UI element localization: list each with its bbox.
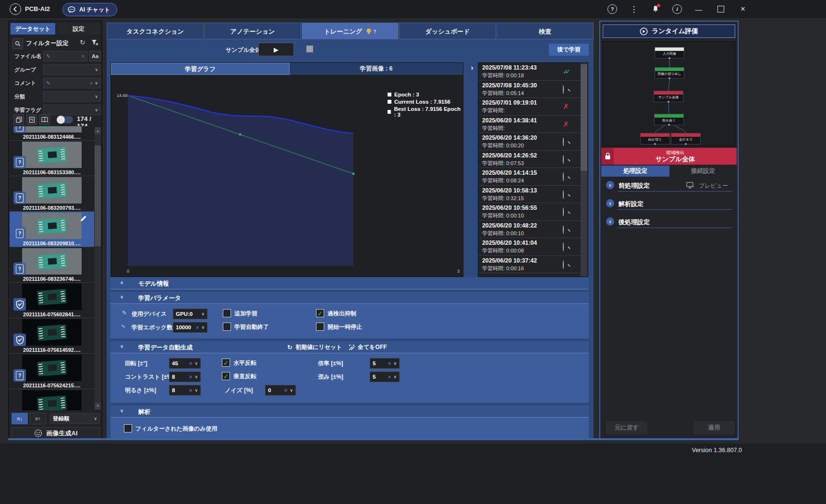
copy-image-icon[interactable] <box>13 114 24 125</box>
list-scrollbar-thumb[interactable] <box>95 145 101 246</box>
sort-ascending-button[interactable]: ≡↓ <box>12 413 28 424</box>
magnifier-icon[interactable] <box>563 242 564 252</box>
contrast-input[interactable]: 8×∨ <box>169 372 201 382</box>
postprocess-settings-row[interactable]: ∨ 後処理設定 <box>606 216 732 231</box>
list-item[interactable]: ?20211116-075624215.… <box>10 354 94 389</box>
book-icon[interactable] <box>39 114 50 125</box>
case-sensitive-button[interactable]: Aa <box>89 51 101 61</box>
section-augmentation[interactable]: ∨ 学習データ自動生成 ↻初期値にリセット 全てをOFF <box>110 341 589 353</box>
minimize-button[interactable]: — <box>691 0 707 18</box>
tab-process-settings[interactable]: 処理設定 <box>601 166 669 177</box>
magnifier-icon[interactable] <box>563 260 564 269</box>
clear-icon[interactable]: × <box>189 360 192 366</box>
magnifier-icon[interactable] <box>563 207 564 216</box>
filter-clear-icon[interactable] <box>91 39 98 48</box>
history-entry[interactable]: 2025/07/08 11:23:43学習時間: 0:00:18✓✓ <box>478 63 581 81</box>
start-training-button[interactable]: ▶ <box>258 43 294 56</box>
checkbox-auto-finish[interactable] <box>223 323 231 331</box>
train-later-button[interactable]: 後で学習 <box>549 44 589 56</box>
checkbox-horizontal-flip[interactable] <box>222 359 230 367</box>
tab-training-images[interactable]: 学習画像 : 6 <box>290 63 463 75</box>
history-entry[interactable]: 2025/06/20 10:37:42学習時間: 0:00:16 <box>478 256 581 274</box>
help-button[interactable]: ? <box>604 0 620 18</box>
list-item[interactable]: 20211116-075602841.… <box>10 283 94 318</box>
magnifier-icon[interactable] <box>563 172 564 181</box>
tab-training-graph[interactable]: 学習グラフ <box>111 63 290 75</box>
flow-node-input[interactable]: 入力画像 <box>655 47 684 59</box>
magnifier-icon[interactable] <box>563 225 564 234</box>
tab-dataset[interactable]: データセット <box>11 23 55 35</box>
info-button[interactable]: i <box>669 0 685 18</box>
magnifier-icon[interactable] <box>563 190 564 199</box>
flow-node-detect[interactable]: サンプル全体 <box>654 91 683 102</box>
clear-icon[interactable]: × <box>189 387 192 393</box>
scale-input[interactable]: 5×∨ <box>370 358 400 369</box>
tab-task-connection[interactable]: タスクコネクション <box>107 23 204 39</box>
reset-defaults-button[interactable]: ↻初期値にリセット <box>287 343 342 351</box>
clear-icon[interactable]: × <box>196 324 199 330</box>
section-training-params[interactable]: ∨ 学習パラメータ <box>110 292 589 304</box>
list-item[interactable]: ?20211106-083153380.… <box>10 141 94 176</box>
edit-pencil-icon[interactable] <box>80 215 87 224</box>
list-item[interactable]: ?20211106-083124466.… <box>10 126 94 141</box>
epochs-input[interactable]: 10000×∨ <box>173 322 207 333</box>
clear-icon[interactable]: × <box>189 374 192 380</box>
history-entry[interactable]: 2025/06/20 14:36:20学習時間: 0:00:20 <box>478 133 581 151</box>
menu-button[interactable]: ⋮ <box>626 0 642 18</box>
history-entry[interactable]: 2025/06/20 14:38:41学習時間:✗ <box>478 116 581 133</box>
noise-input[interactable]: 0×∨ <box>265 385 296 396</box>
tab-connection-settings[interactable]: 接続設定 <box>669 166 737 177</box>
list-item[interactable] <box>10 389 94 410</box>
history-entry[interactable]: 2025/07/01 09:19:01学習時間:✗ <box>478 98 581 116</box>
distortion-input[interactable]: 5×∨ <box>370 372 400 382</box>
analysis-settings-row[interactable]: ∨ 解析設定 <box>606 198 732 213</box>
flow-node-detect[interactable]: 白か写り <box>640 133 670 144</box>
preview-label[interactable]: プレビュー <box>699 182 728 190</box>
history-entry[interactable]: 2025/06/20 10:56:55学習時間: 0:00:10 <box>478 203 581 221</box>
back-button[interactable] <box>10 3 21 15</box>
magnifier-icon[interactable] <box>563 137 564 146</box>
history-entry[interactable]: 2025/06/20 10:41:04学習時間: 0:00:08 <box>478 238 581 256</box>
flow-node-process[interactable]: 画像の切り出し <box>655 67 684 79</box>
list-item[interactable]: ?20211106-083209810.… <box>10 212 94 247</box>
runtime-eval-button[interactable]: ランタイム評価 <box>603 24 735 38</box>
history-entry[interactable]: 2025/06/20 14:14:15学習時間: 0:08:24 <box>478 168 581 186</box>
history-entry[interactable]: 2025/07/08 10:45:30学習時間: 0:05:14 <box>478 81 581 98</box>
list-item[interactable]: 20211116-075614592.… <box>10 318 94 354</box>
brightness-input[interactable]: 8×∨ <box>169 385 201 396</box>
apply-button[interactable]: 適用 <box>693 421 735 434</box>
comment-input[interactable]: ✎×∨ <box>43 78 101 88</box>
checkbox-vertical-flip[interactable] <box>222 372 230 380</box>
clear-icon[interactable]: × <box>388 360 391 366</box>
clear-icon[interactable]: × <box>388 374 391 380</box>
list-item[interactable]: ?20211106-083236746.… <box>10 247 94 283</box>
flow-node-process[interactable]: 色を抜く <box>654 114 684 125</box>
clear-icon[interactable]: × <box>90 80 93 86</box>
checkbox-additional-training[interactable] <box>223 309 231 317</box>
history-collapse-button[interactable]: › <box>468 63 476 74</box>
clear-icon[interactable]: × <box>284 387 287 393</box>
tab-inspection[interactable]: 検査 <box>497 23 594 39</box>
history-entry[interactable]: 2025/06/20 10:58:13学習時間: 0:32:15 <box>478 186 581 204</box>
refresh-icon[interactable]: ↻ <box>80 38 85 46</box>
device-select[interactable]: GPU:0∨ <box>173 309 207 319</box>
history-scrollbar-thumb[interactable] <box>581 64 587 171</box>
magnifier-icon[interactable] <box>563 85 564 94</box>
scroll-down-icon[interactable]: ▼ <box>95 402 101 409</box>
ai-chat-button[interactable]: AI チャット <box>62 3 117 16</box>
flow-node-detect[interactable]: 金のキズ <box>671 133 701 144</box>
filter-toggle[interactable] <box>58 116 73 123</box>
close-button[interactable]: × <box>735 0 751 18</box>
list-item[interactable]: ?20211106-083200793.… <box>10 176 94 212</box>
checkbox-pause-at-start[interactable] <box>316 323 324 331</box>
history-entry[interactable]: 2025/06/20 14:26:52学習時間: 0:07:53 <box>478 151 581 168</box>
history-entry[interactable]: 2025/06/20 10:48:22学習時間: 0:00:10 <box>478 221 581 239</box>
notifications-button[interactable] <box>647 0 664 18</box>
checkbox-overdetect-suppress[interactable] <box>316 309 324 317</box>
tab-annotation[interactable]: アノテーション <box>204 23 301 39</box>
pipeline-flowchart[interactable]: 入力画像画像の切り出しサンプル全体色を抜く白か写り金のキズ <box>603 41 735 146</box>
rotation-input[interactable]: 45×∨ <box>169 358 201 369</box>
trainflag-select[interactable]: ∨ <box>43 105 101 115</box>
magnifier-icon[interactable] <box>563 155 564 164</box>
undo-button[interactable]: 元に戻す <box>606 421 647 434</box>
